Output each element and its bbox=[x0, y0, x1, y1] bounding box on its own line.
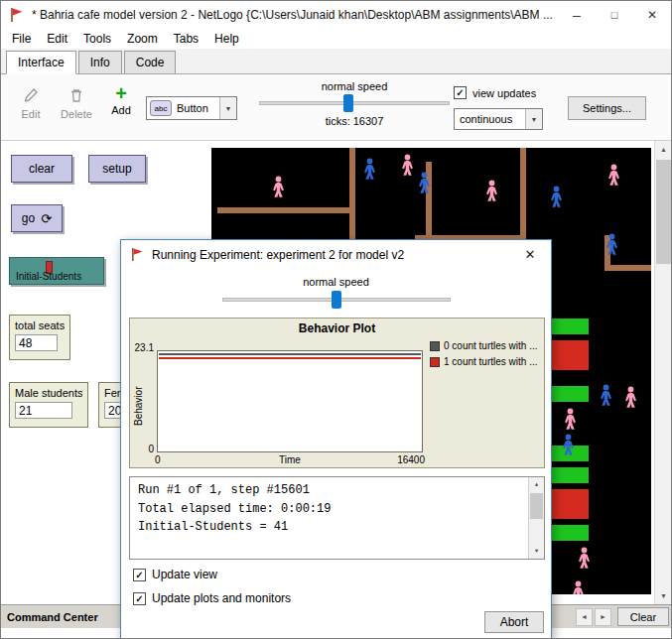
speed-label: normal speed bbox=[249, 80, 460, 92]
speed-slider[interactable] bbox=[259, 101, 450, 105]
tab-interface[interactable]: Interface bbox=[6, 51, 76, 74]
wall bbox=[605, 265, 651, 271]
menu-tabs[interactable]: Tabs bbox=[166, 30, 206, 48]
person-turtle-pink bbox=[606, 164, 621, 187]
title-bar: * Bahria cafe model version 2 - NetLogo … bbox=[1, 1, 671, 29]
legend-swatch bbox=[430, 357, 440, 367]
close-icon[interactable]: ✕ bbox=[633, 1, 671, 29]
go-button[interactable]: go ⟳ bbox=[11, 204, 63, 232]
total-seats-monitor: total seats 48 bbox=[9, 315, 70, 360]
menu-file[interactable]: File bbox=[4, 30, 39, 48]
plot-title: Behavior Plot bbox=[130, 321, 544, 335]
maximize-icon[interactable]: □ bbox=[596, 1, 633, 29]
person-turtle-blue bbox=[549, 186, 564, 208]
dialog-title-bar: Running Experiment: experiment 2 for mod… bbox=[121, 240, 551, 269]
clear-button-label: clear bbox=[29, 162, 55, 176]
delete-widget-button[interactable]: Delete bbox=[55, 87, 98, 120]
clear-button[interactable]: clear bbox=[11, 155, 72, 183]
setup-button[interactable]: setup bbox=[88, 155, 146, 183]
menu-edit[interactable]: Edit bbox=[39, 30, 75, 48]
speed-control: normal speed ticks: 16307 bbox=[249, 80, 460, 127]
tab-bar: Interface Info Code bbox=[1, 49, 671, 74]
legend-label: 0 count turtles with ... bbox=[444, 340, 538, 351]
delete-label: Delete bbox=[55, 108, 98, 120]
window-title: * Bahria cafe model version 2 - NetLogo … bbox=[32, 8, 558, 22]
y-axis-max: 23.1 bbox=[130, 342, 154, 353]
monitor-value: 21 bbox=[15, 402, 72, 419]
go-button-label: go bbox=[22, 211, 35, 225]
scrollbar-thumb[interactable] bbox=[530, 493, 543, 519]
scroll-left-icon[interactable]: ◄ bbox=[576, 608, 593, 626]
chevron-down-icon: ▼ bbox=[219, 97, 236, 119]
dialog-close-icon[interactable]: ✕ bbox=[509, 240, 551, 269]
update-plots-checkbox[interactable]: ✓ Update plots and monitors bbox=[133, 591, 291, 605]
scrollbar-thumb[interactable] bbox=[656, 160, 671, 264]
plot-line bbox=[159, 353, 421, 355]
output-scrollbar[interactable]: ▲ ▼ bbox=[528, 477, 544, 559]
edit-widget-button[interactable]: Edit bbox=[11, 87, 51, 120]
menu-help[interactable]: Help bbox=[206, 30, 247, 48]
person-turtle-pink bbox=[571, 580, 586, 594]
tab-code[interactable]: Code bbox=[124, 51, 177, 73]
update-view-label: Update view bbox=[152, 568, 217, 581]
person-turtle-blue bbox=[605, 233, 619, 256]
scroll-down-icon[interactable]: ▼ bbox=[529, 544, 544, 559]
person-turtle-pink bbox=[271, 176, 286, 198]
y-axis-min: 0 bbox=[130, 444, 154, 454]
slider-label: Initial-Students bbox=[16, 271, 81, 282]
update-mode-value: continuous bbox=[455, 113, 525, 125]
setup-button-label: setup bbox=[102, 162, 131, 176]
person-turtle-pink bbox=[577, 547, 592, 570]
person-turtle-pink bbox=[400, 154, 415, 177]
netlogo-flag-icon bbox=[130, 247, 145, 262]
command-center-clear-button[interactable]: Clear bbox=[617, 607, 669, 626]
minimize-icon[interactable]: – bbox=[558, 1, 596, 29]
male-students-monitor: Male students 21 bbox=[9, 382, 88, 428]
scroll-right-icon[interactable]: ► bbox=[595, 608, 611, 626]
scroll-up-icon[interactable]: ▲ bbox=[655, 141, 672, 158]
person-turtle-blue bbox=[561, 434, 576, 456]
menu-bar: File Edit Tools Zoom Tabs Help bbox=[1, 29, 671, 49]
menu-tools[interactable]: Tools bbox=[75, 30, 119, 48]
checkbox-check-icon: ✓ bbox=[133, 592, 146, 605]
monitor-label: Male students bbox=[15, 387, 82, 399]
dialog-speed-slider-thumb[interactable] bbox=[332, 291, 341, 309]
legend-swatch bbox=[430, 341, 440, 351]
widget-type-value: Button bbox=[172, 102, 219, 114]
checkbox-check-icon: ✓ bbox=[133, 569, 146, 581]
widget-type-dropdown[interactable]: abc Button ▼ bbox=[146, 96, 237, 120]
update-mode-dropdown[interactable]: continuous ▼ bbox=[454, 108, 543, 130]
y-axis-label: Behavior bbox=[133, 387, 144, 426]
netlogo-window: * Bahria cafe model version 2 - NetLogo … bbox=[0, 0, 672, 639]
add-label: Add bbox=[103, 104, 139, 116]
view-updates-label: view updates bbox=[472, 87, 536, 99]
vertical-scrollbar[interactable]: ▲ ▼ bbox=[654, 141, 671, 604]
button-widget-icon: abc bbox=[150, 100, 172, 116]
x-axis-max: 16400 bbox=[383, 454, 425, 465]
pencil-icon bbox=[23, 93, 39, 105]
menu-zoom[interactable]: Zoom bbox=[119, 30, 166, 48]
speed-slider-thumb[interactable] bbox=[343, 94, 353, 112]
settings-button[interactable]: Settings... bbox=[568, 96, 646, 120]
add-widget-button[interactable]: + Add bbox=[103, 85, 139, 116]
scroll-down-icon[interactable]: ▼ bbox=[655, 587, 672, 604]
dialog-speed-slider[interactable] bbox=[222, 298, 451, 302]
monitor-value: 48 bbox=[15, 334, 58, 351]
chevron-down-icon: ▼ bbox=[525, 109, 542, 129]
abort-button[interactable]: Abort bbox=[484, 611, 544, 633]
scroll-up-icon[interactable]: ▲ bbox=[529, 477, 544, 492]
behavior-plot: Behavior Plot 23.1 Behavior 0 0 Time 164… bbox=[129, 318, 545, 468]
dialog-title: Running Experiment: experiment 2 for mod… bbox=[152, 248, 509, 262]
forever-icon: ⟳ bbox=[41, 211, 52, 226]
tab-info[interactable]: Info bbox=[78, 51, 122, 73]
plot-area bbox=[157, 350, 423, 452]
dialog-speed-label: normal speed bbox=[121, 276, 551, 288]
update-view-checkbox[interactable]: ✓ Update view bbox=[133, 568, 217, 581]
view-updates-checkbox[interactable]: ✓ view updates bbox=[454, 86, 536, 99]
legend-entry: 0 count turtles with ... bbox=[430, 340, 543, 351]
netlogo-flag-icon bbox=[9, 7, 25, 23]
initial-students-slider[interactable]: Initial-Students bbox=[9, 257, 104, 285]
legend-label: 1 count turtles with ... bbox=[444, 356, 538, 367]
person-turtle-blue bbox=[599, 384, 613, 407]
interface-toolbar: Edit Delete + Add abc Button ▼ normal sp… bbox=[1, 74, 671, 141]
